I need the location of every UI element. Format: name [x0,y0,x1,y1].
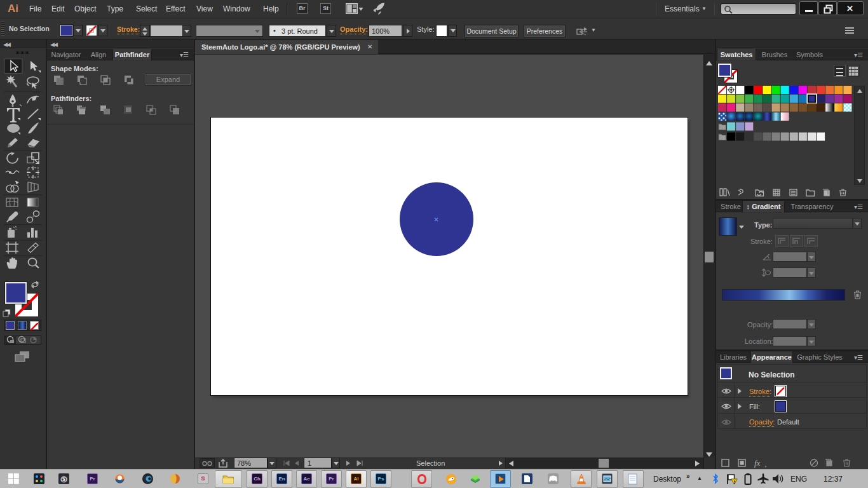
svg-text:fx: fx [754,458,761,468]
